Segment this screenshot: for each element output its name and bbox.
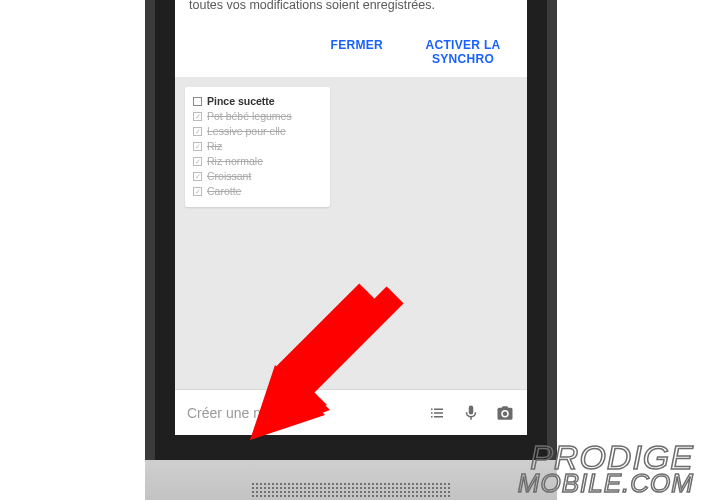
create-note-input[interactable]: Créer une note... — [187, 405, 413, 421]
checklist-item-label: Riz — [207, 140, 222, 152]
checkbox-icon[interactable] — [193, 127, 202, 136]
checklist-item[interactable]: Riz — [193, 139, 322, 154]
checklist-item-label: Croissant — [207, 170, 251, 182]
checklist-item[interactable]: Carotte — [193, 184, 322, 199]
checklist-item-label: Carotte — [207, 185, 241, 197]
checklist-item[interactable]: Pot bébé legumes — [193, 109, 322, 124]
notes-grid: Pince sucettePot bébé legumesLessive pou… — [175, 77, 527, 389]
checkbox-icon[interactable] — [193, 142, 202, 151]
checkbox-icon[interactable] — [193, 187, 202, 196]
sync-banner-actions: FERMER ACTIVER LA SYNCHRO — [175, 24, 527, 77]
checkbox-icon[interactable] — [193, 97, 202, 106]
note-card[interactable]: Pince sucettePot bébé legumesLessive pou… — [185, 87, 330, 207]
checkbox-icon[interactable] — [193, 172, 202, 181]
checklist-item[interactable]: Riz normale — [193, 154, 322, 169]
checkbox-icon[interactable] — [193, 157, 202, 166]
enable-sync-button[interactable]: ACTIVER LA SYNCHRO — [413, 38, 513, 67]
close-button[interactable]: FERMER — [331, 38, 383, 67]
checkbox-icon[interactable] — [193, 112, 202, 121]
list-icon[interactable] — [427, 403, 447, 423]
checklist-item-label: Pince sucette — [207, 95, 275, 107]
phone-bezel: La synchronisation est désactivée. Réact… — [145, 0, 557, 500]
phone-frame: La synchronisation est désactivée. Réact… — [155, 0, 547, 470]
phone-speaker-grill — [145, 460, 557, 500]
camera-icon[interactable] — [495, 403, 515, 423]
checklist-item-label: Riz normale — [207, 155, 263, 167]
app-screen: La synchronisation est désactivée. Réact… — [175, 0, 527, 435]
checklist-item[interactable]: Pince sucette — [193, 94, 322, 109]
sync-banner-message: La synchronisation est désactivée. Réact… — [175, 0, 527, 24]
checklist-item[interactable]: Croissant — [193, 169, 322, 184]
mic-icon[interactable] — [461, 403, 481, 423]
speaker-dots — [251, 482, 451, 498]
checklist-item[interactable]: Lessive pour elle — [193, 124, 322, 139]
checklist-item-label: Pot bébé legumes — [207, 110, 292, 122]
compose-bar: Créer une note... — [175, 389, 527, 435]
checklist-item-label: Lessive pour elle — [207, 125, 286, 137]
